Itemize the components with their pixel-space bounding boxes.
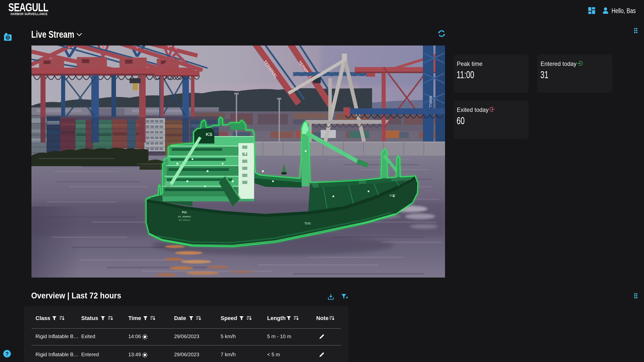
svg-text:NOELL: NOELL (429, 96, 433, 108)
svg-text:TUG: TUG (304, 222, 311, 225)
svg-text:IMO 9384319: IMO 9384319 (179, 219, 190, 221)
svg-text:?: ? (5, 351, 9, 357)
svg-text:ST. JOHN'S: ST. JOHN'S (178, 215, 191, 218)
svg-text:KS: KS (206, 132, 212, 137)
svg-text:PIA: PIA (182, 211, 187, 214)
